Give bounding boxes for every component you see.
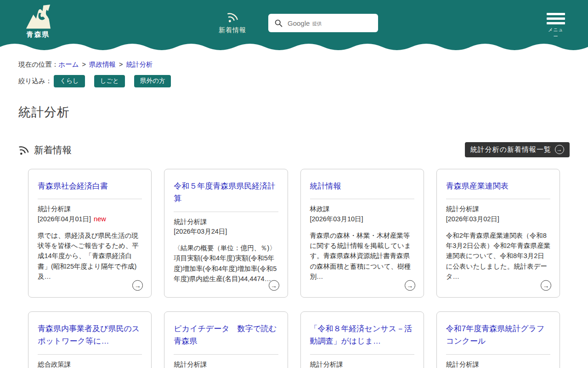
news-section-heading-label: 新着情報 xyxy=(34,144,72,156)
card-summary: 青森県の森林・林業・木材産業等に関する統計情報を掲載しています。青森県森林資源統… xyxy=(310,230,414,282)
breadcrumb-separator: > xyxy=(82,61,86,68)
card-title-link[interactable]: 令和7年度青森県統計グラフコンクール xyxy=(446,324,545,345)
card-department: 統計分析課 xyxy=(174,361,207,368)
search-input[interactable]: Google 提供 xyxy=(268,14,378,32)
arrow-circle-icon[interactable]: → xyxy=(269,280,279,291)
filter-button-kurashi[interactable]: くらし xyxy=(54,75,85,87)
card-date: [2026年04月01日] xyxy=(38,215,91,223)
card-divider xyxy=(174,212,278,212)
card-title-link[interactable]: 統計情報 xyxy=(310,182,341,190)
filter-button-kengai[interactable]: 県外の方 xyxy=(134,75,171,87)
card-divider xyxy=(38,354,142,355)
menu-label: メニュー xyxy=(547,27,565,40)
card-department: 統計分析課 xyxy=(174,218,207,225)
news-card[interactable]: 令和５年度青森県県民経済計算 統計分析課 [2026年03月24日] 〈結果の概… xyxy=(164,169,288,298)
card-summary: 令和2年青森県産業連関表（令和8年3月2日公表）令和2年青森県産業連関表について… xyxy=(446,230,550,282)
filter-label: 絞り込み： xyxy=(18,77,52,86)
card-summary: 県では、県経済及び県民生活の現状等を皆様へご報告するため、平成14年度から、「青… xyxy=(38,230,142,282)
search-icon xyxy=(274,18,283,28)
site-logo[interactable]: 青森県 xyxy=(23,5,53,39)
breadcrumb: 現在の位置：ホーム>県政情報>統計分析 xyxy=(18,60,570,69)
card-department: 統計分析課 xyxy=(446,205,480,213)
menu-button[interactable]: メニュー xyxy=(547,13,565,40)
header-wave-decoration xyxy=(0,41,588,52)
news-card[interactable]: 令和7年度青森県統計グラフコンクール 統計分析課 → xyxy=(436,311,560,368)
page-title: 統計分析 xyxy=(18,104,570,121)
card-summary: 〈結果の概要（単位：億円、％)〉項目実額(令和4年度)実額(令和5年度)増加率(… xyxy=(174,243,278,284)
card-divider xyxy=(310,354,414,355)
news-card[interactable]: ピカイチデータ 数字で読む青森県 統計分析課 → xyxy=(164,311,288,368)
card-title-link[interactable]: 令和５年度青森県県民経済計算 xyxy=(174,182,275,203)
card-divider xyxy=(446,199,550,199)
news-card[interactable]: 「令和８年経済センサス－活動調査」がはじま… 統計分析課 → xyxy=(300,311,424,368)
news-list-button-label: 統計分析の新着情報一覧 xyxy=(470,145,551,154)
arrow-circle-icon[interactable]: → xyxy=(541,280,551,291)
new-badge: new xyxy=(94,215,106,223)
card-title-link[interactable]: 青森県内事業者及び県民のスポットワーク等に… xyxy=(38,324,140,345)
card-meta: 統計分析課 xyxy=(174,360,278,368)
card-meta: 統計分析課 [2026年04月01日]new xyxy=(38,204,142,224)
card-title-link[interactable]: 青森県産業連関表 xyxy=(446,182,509,190)
card-meta: 統計分析課 xyxy=(310,360,414,368)
card-department: 統計分析課 xyxy=(38,205,71,213)
card-meta: 総合政策課 xyxy=(38,360,142,368)
header-news-link[interactable]: 新着情報 xyxy=(215,11,250,34)
header-news-label: 新着情報 xyxy=(215,26,250,34)
card-meta: 統計分析課 [2026年03月02日] xyxy=(446,204,550,224)
filter-row: 絞り込み： くらし しごと 県外の方 xyxy=(18,75,570,87)
filter-button-shigoto[interactable]: しごと xyxy=(94,75,125,87)
card-divider xyxy=(174,354,278,355)
card-divider xyxy=(310,199,414,199)
card-date: [2026年03月10日] xyxy=(310,215,363,223)
arrow-circle-icon[interactable]: → xyxy=(405,280,415,291)
card-title-link[interactable]: ピカイチデータ 数字で読む青森県 xyxy=(174,324,277,345)
card-meta: 統計分析課 [2026年03月24日] xyxy=(174,217,278,237)
rss-icon xyxy=(17,144,30,156)
breadcrumb-link-tokei[interactable]: 統計分析 xyxy=(126,61,153,68)
arrow-circle-icon: → xyxy=(555,145,564,154)
card-department: 統計分析課 xyxy=(310,361,344,368)
card-meta: 林政課 [2026年03月10日] xyxy=(310,204,414,224)
card-date: [2026年03月24日] xyxy=(174,228,227,235)
news-card[interactable]: 青森県内事業者及び県民のスポットワーク等に… 総合政策課 → xyxy=(28,311,152,368)
breadcrumb-link-kensei[interactable]: 県政情報 xyxy=(89,61,116,68)
arrow-circle-icon[interactable]: → xyxy=(132,280,143,291)
breadcrumb-prefix: 現在の位置： xyxy=(18,61,58,68)
site-header: 青森県 新着情報 Google 提供 メニュー xyxy=(0,0,588,41)
card-divider xyxy=(38,199,142,199)
news-card-grid: 青森県社会経済白書 統計分析課 [2026年04月01日]new 県では、県経済… xyxy=(28,169,560,368)
logo-label: 青森県 xyxy=(23,30,53,39)
card-department: 林政課 xyxy=(310,205,330,213)
news-section-heading: 新着情報 xyxy=(18,144,72,156)
aomori-prefecture-logo-icon xyxy=(24,5,52,29)
news-card[interactable]: 青森県社会経済白書 統計分析課 [2026年04月01日]new 県では、県経済… xyxy=(28,169,152,298)
search-placeholder-main: Google xyxy=(288,19,310,27)
search-placeholder-sub: 提供 xyxy=(312,21,322,27)
card-meta: 統計分析課 xyxy=(446,360,550,368)
news-card[interactable]: 統計情報 林政課 [2026年03月10日] 青森県の森林・林業・木材産業等に関… xyxy=(300,169,424,298)
breadcrumb-link-home[interactable]: ホーム xyxy=(58,61,79,68)
breadcrumb-separator: > xyxy=(119,61,123,68)
card-department: 統計分析課 xyxy=(446,361,480,368)
card-title-link[interactable]: 青森県社会経済白書 xyxy=(38,182,108,190)
card-divider xyxy=(446,354,550,355)
hamburger-icon xyxy=(547,13,565,24)
rss-icon xyxy=(225,10,239,25)
card-department: 総合政策課 xyxy=(38,361,71,368)
news-list-button[interactable]: 統計分析の新着情報一覧 → xyxy=(465,142,570,157)
card-title-link[interactable]: 「令和８年経済センサス－活動調査」がはじま… xyxy=(310,324,413,345)
card-date: [2026年03月02日] xyxy=(446,215,499,223)
news-card[interactable]: 青森県産業連関表 統計分析課 [2026年03月02日] 令和2年青森県産業連関… xyxy=(436,169,560,298)
